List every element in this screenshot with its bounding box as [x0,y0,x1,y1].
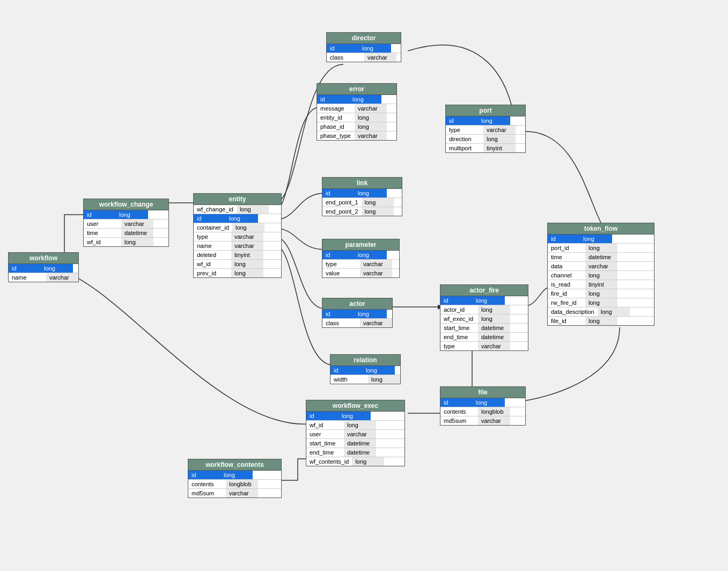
col-type: long [368,375,400,384]
diagram-canvas: director id long class varchar error id … [0,0,728,571]
table-file-header: file [440,387,525,398]
table-row: wf_id long [194,260,281,269]
col-type: long [344,421,376,429]
col-type: long [355,122,387,131]
col-name: name [194,241,231,250]
table-row: class varchar [322,319,392,327]
col-name: fire_id [548,289,585,298]
table-parameter-header: parameter [322,239,399,251]
col-name: id [188,471,220,479]
col-type: long [362,207,394,216]
col-name: end_time [440,333,478,341]
col-name: id [322,251,355,259]
table-workflow-change: workflow_change id long user varchar tim… [83,199,169,247]
col-type: long [585,317,617,325]
col-type: long [580,235,612,243]
table-entity-header: entity [194,194,281,205]
table-row: multiport tinyint [446,144,525,152]
table-row: id long [188,471,281,480]
table-row: type varchar [194,232,281,241]
col-name: end_point_1 [322,198,362,207]
table-row: actor_id long [440,305,528,314]
col-name: port_id [548,244,585,252]
table-row: id long [9,264,78,273]
table-director: director id long class varchar [326,32,401,62]
table-row: id long [327,44,401,53]
table-workflow-contents-header: workflow_contents [188,459,281,471]
col-name: is_read [548,280,585,289]
col-name: contents [440,407,478,416]
table-row: id long [548,235,654,244]
col-name: time [84,229,121,237]
table-row: md5sum varchar [188,489,281,497]
col-name: id [84,210,116,219]
table-row: width long [330,375,400,384]
col-type: long [355,310,387,318]
col-name: id [317,95,349,104]
table-row: value varchar [322,269,399,277]
col-type: varchar [46,273,78,282]
col-name: wf_change_id [194,205,237,214]
col-type: varchar [360,269,392,277]
col-name: id [322,189,355,197]
table-entity: entity wf_change_id long id long contain… [193,193,282,278]
table-actor: actor id long class varchar [322,298,393,328]
table-row: name varchar [194,241,281,251]
table-row: type varchar [322,260,399,269]
table-row: channel long [548,271,654,280]
table-row: id long [322,310,392,319]
col-name: deleted [194,251,231,259]
col-name: phase_type [317,131,355,140]
table-link-header: link [322,178,402,189]
col-type: long [355,189,387,197]
table-row: id long [440,398,525,407]
col-type: tinyint [585,280,617,289]
table-row: md5sum varchar [440,416,525,425]
col-type: varchar [364,53,396,62]
col-type: long [598,308,630,316]
col-name: value [322,269,360,277]
col-name: wf_exec_id [440,314,478,323]
table-row: user varchar [306,430,405,439]
col-name: id [548,235,580,243]
col-type: varchar [121,219,153,228]
col-name: wf_id [84,238,121,246]
col-type: long [355,113,387,122]
col-type: long [478,305,510,314]
table-row: id long [322,189,402,198]
col-name: width [330,375,368,384]
col-type: long [355,251,387,259]
table-row: data_description long [548,308,654,317]
table-row: rw_fire_id long [548,298,654,308]
col-type: datetime [121,229,153,237]
table-row: type varchar [440,342,528,350]
table-error-header: error [317,84,396,95]
table-row: message varchar [317,104,396,113]
table-token-flow: token_flow id long port_id long time dat… [547,223,655,326]
col-type: datetime [478,333,510,341]
table-row: is_read tinyint [548,280,654,289]
col-name: md5sum [440,416,478,425]
table-file: file id long contents longblob md5sum va… [440,386,526,426]
col-name: type [194,232,231,241]
col-name: start_time [440,324,478,332]
col-type: long [226,214,258,223]
table-row: user varchar [84,219,168,229]
table-row: type varchar [446,126,525,135]
col-type: long [473,296,505,305]
col-type: long [231,260,263,268]
col-type: long [585,271,617,280]
table-row: id long [322,251,399,260]
table-row: start_time datetime [440,324,528,333]
table-row: wf_contents_id long [306,457,405,466]
table-link: link id long end_point_1 long end_point_… [322,177,402,216]
table-port: port id long type varchar direction long… [445,105,526,153]
table-row: entity_id long [317,113,396,122]
col-name: id [440,296,473,305]
table-row: wf_id long [306,421,405,430]
table-port-header: port [446,105,525,116]
table-workflow-exec: workflow_exec id long wf_id long user va… [306,400,405,466]
col-type: varchar [231,241,263,250]
table-row: start_time datetime [306,439,405,448]
col-name: type [446,126,483,134]
